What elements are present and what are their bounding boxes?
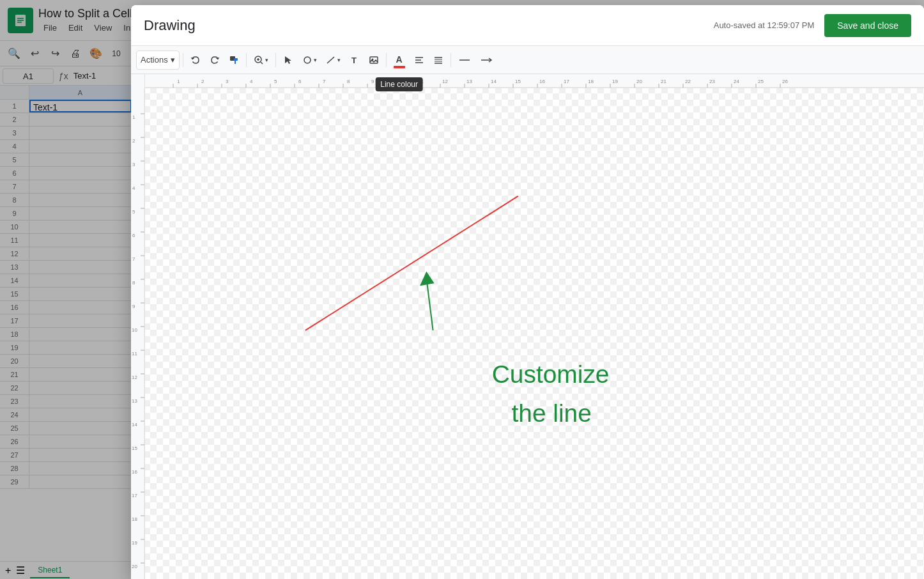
svg-text:19: 19 bbox=[612, 79, 618, 84]
svg-text:4: 4 bbox=[132, 185, 135, 191]
drawing-toolbar: Actions ▾ bbox=[131, 46, 924, 74]
svg-text:10: 10 bbox=[394, 79, 399, 84]
image-tool-icon bbox=[369, 55, 379, 65]
line-tool-button[interactable]: ▾ bbox=[322, 50, 344, 70]
svg-text:9: 9 bbox=[132, 304, 135, 309]
svg-text:1: 1 bbox=[177, 79, 180, 84]
svg-text:26: 26 bbox=[782, 79, 788, 84]
svg-text:14: 14 bbox=[132, 422, 137, 428]
shapes-dropdown-icon: ▾ bbox=[314, 57, 317, 63]
line-tool-dropdown-icon: ▾ bbox=[337, 57, 341, 63]
svg-text:15: 15 bbox=[515, 79, 521, 84]
line-color-wrapper: A Line colour bbox=[390, 50, 409, 70]
svg-text:15: 15 bbox=[132, 445, 137, 451]
toolbar-separator-2 bbox=[246, 53, 247, 67]
ruler-top: 1 2 3 4 5 6 7 8 9 10 11 bbox=[145, 74, 924, 88]
shapes-button[interactable]: ▾ bbox=[298, 50, 321, 70]
actions-label: Actions bbox=[141, 55, 168, 65]
line-color-button[interactable]: A bbox=[390, 50, 409, 70]
svg-text:16: 16 bbox=[132, 469, 137, 475]
svg-text:18: 18 bbox=[132, 516, 137, 522]
svg-text:20: 20 bbox=[132, 564, 137, 569]
red-line bbox=[305, 196, 518, 330]
svg-text:9: 9 bbox=[371, 79, 374, 84]
toolbar-separator-4 bbox=[386, 53, 387, 67]
autosave-status: Auto-saved at 12:59:07 PM bbox=[714, 20, 815, 30]
toolbar-separator-1 bbox=[183, 53, 183, 67]
drawing-canvas-area[interactable]: 1 2 3 4 5 6 7 8 9 10 11 bbox=[131, 74, 924, 579]
svg-text:25: 25 bbox=[758, 79, 764, 84]
svg-text:7: 7 bbox=[132, 256, 135, 262]
svg-text:23: 23 bbox=[709, 79, 715, 84]
svg-point-14 bbox=[304, 57, 311, 63]
svg-text:3: 3 bbox=[226, 79, 229, 84]
svg-line-15 bbox=[327, 57, 334, 63]
draw-redo-button[interactable] bbox=[206, 50, 224, 70]
line-color-underline bbox=[394, 66, 405, 68]
svg-rect-9 bbox=[235, 61, 236, 64]
svg-text:18: 18 bbox=[588, 79, 594, 84]
fill-color-button[interactable] bbox=[429, 50, 447, 70]
svg-text:24: 24 bbox=[734, 79, 739, 84]
draw-undo-button[interactable] bbox=[187, 50, 204, 70]
line-arrow-icon bbox=[480, 55, 495, 65]
actions-chevron-icon: ▾ bbox=[171, 55, 175, 65]
svg-rect-8 bbox=[234, 58, 238, 61]
align-icon bbox=[414, 55, 424, 65]
select-tool-button[interactable] bbox=[279, 50, 297, 70]
zoom-dropdown-icon: ▾ bbox=[265, 57, 268, 63]
drawing-modal: Drawing Auto-saved at 12:59:07 PM Save a… bbox=[131, 5, 924, 579]
align-left-button[interactable] bbox=[410, 50, 428, 70]
toolbar-separator-5 bbox=[450, 53, 451, 67]
line-tool-icon bbox=[326, 55, 336, 65]
svg-text:1: 1 bbox=[132, 114, 135, 120]
svg-text:6: 6 bbox=[298, 79, 302, 84]
paint-format-icon bbox=[229, 55, 239, 65]
toolbar-separator-3 bbox=[275, 53, 276, 67]
select-icon bbox=[283, 55, 293, 65]
zoom-button[interactable]: ▾ bbox=[250, 50, 272, 70]
svg-text:11: 11 bbox=[418, 79, 424, 84]
green-arrow-shaft bbox=[426, 278, 433, 330]
save-close-button[interactable]: Save and close bbox=[824, 14, 911, 37]
text-tool-icon: T bbox=[350, 55, 360, 65]
svg-text:6: 6 bbox=[132, 233, 135, 238]
svg-text:20: 20 bbox=[636, 79, 642, 84]
svg-text:10: 10 bbox=[132, 327, 137, 333]
ruler-left: 1 2 3 4 5 6 7 8 9 10 11 bbox=[131, 74, 145, 579]
image-tool-button[interactable] bbox=[365, 50, 383, 70]
svg-text:21: 21 bbox=[661, 79, 666, 84]
line-color-icon: A bbox=[396, 54, 403, 65]
svg-line-11 bbox=[261, 62, 263, 64]
paint-format-button[interactable] bbox=[225, 50, 243, 70]
svg-text:T: T bbox=[351, 56, 357, 65]
actions-button[interactable]: Actions ▾ bbox=[136, 50, 180, 70]
green-arrowhead bbox=[420, 272, 435, 286]
annotation-the-line: the line bbox=[511, 399, 591, 427]
svg-text:17: 17 bbox=[564, 79, 569, 84]
svg-text:5: 5 bbox=[132, 209, 135, 215]
svg-text:17: 17 bbox=[132, 493, 137, 498]
line-style-arrow-button[interactable] bbox=[476, 50, 499, 70]
svg-text:14: 14 bbox=[491, 79, 497, 84]
svg-text:13: 13 bbox=[466, 79, 472, 84]
svg-text:11: 11 bbox=[132, 351, 137, 357]
svg-text:12: 12 bbox=[442, 79, 448, 84]
svg-text:8: 8 bbox=[132, 280, 135, 286]
modal-header: Drawing Auto-saved at 12:59:07 PM Save a… bbox=[131, 5, 924, 46]
svg-text:2: 2 bbox=[201, 79, 204, 84]
redo-icon bbox=[210, 55, 220, 65]
text-tool-button[interactable]: T bbox=[346, 50, 364, 70]
undo-icon bbox=[190, 55, 201, 65]
fill-color-icon bbox=[433, 55, 443, 65]
svg-text:7: 7 bbox=[323, 79, 326, 84]
line-style-short-icon bbox=[458, 55, 471, 65]
canvas-inner[interactable]: Customize the line bbox=[145, 88, 924, 579]
shapes-icon bbox=[302, 55, 312, 65]
line-color-indicator: A bbox=[394, 54, 405, 66]
svg-text:16: 16 bbox=[539, 79, 545, 84]
drawing-svg: Customize the line bbox=[145, 88, 924, 579]
line-style-short-button[interactable] bbox=[454, 50, 475, 70]
svg-text:2: 2 bbox=[132, 138, 135, 144]
zoom-icon bbox=[254, 55, 264, 65]
